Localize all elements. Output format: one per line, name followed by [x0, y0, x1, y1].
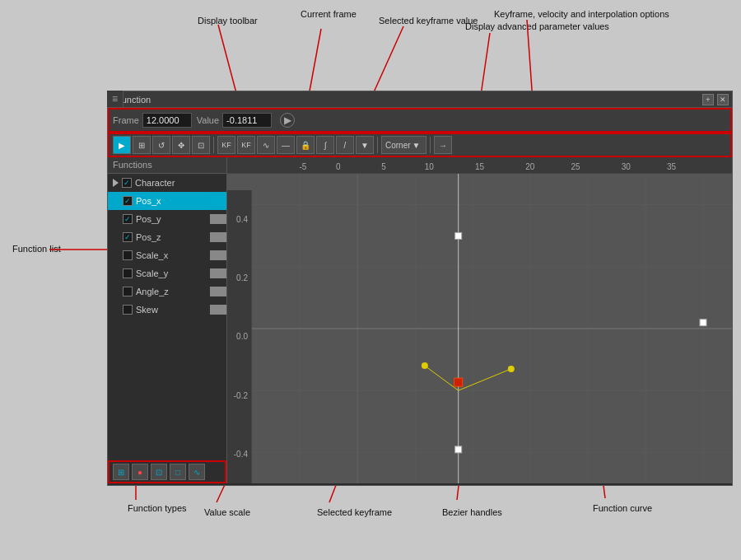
annotation-keyframe-velocity: Keyframe, velocity and interpolation opt…	[494, 8, 669, 21]
frame-tick-10: 10	[425, 162, 434, 171]
checkbox-scale-x[interactable]	[123, 250, 133, 260]
func-item-angle-z[interactable]: Angle_z	[108, 282, 226, 301]
corner-dropdown[interactable]: Corner ▼	[381, 136, 426, 154]
tb2-grid-btn[interactable]: ⊞	[133, 136, 151, 154]
func-label-angle-z: Angle_z	[136, 287, 169, 296]
tb2-sep3	[430, 137, 431, 153]
frame-tick-15: 15	[475, 162, 484, 171]
tb2-undo-btn[interactable]: ↺	[152, 136, 170, 154]
expand-icon	[113, 179, 119, 187]
checkbox-scale-y[interactable]	[123, 268, 133, 278]
vs-0.4: 0.4	[236, 215, 248, 224]
tb2-line-btn[interactable]: —	[277, 136, 295, 154]
func-label-skew: Skew	[136, 305, 158, 315]
tb2-move-btn[interactable]: ✥	[172, 136, 190, 154]
bp-btn-4[interactable]: □	[170, 464, 186, 480]
func-item-pos-x[interactable]: ✓ Pos_x	[108, 192, 226, 210]
func-item-character[interactable]: ✓ Character	[108, 174, 226, 192]
tb2-lock-btn[interactable]: 🔒	[296, 136, 315, 154]
vs-0.0: 0.0	[236, 332, 248, 341]
graph-area: -5 0 5 10 15 20 25 30 35 0.4 0.2 0.0 -0.…	[227, 157, 732, 483]
bp-btn-2[interactable]: ●	[132, 464, 148, 480]
annotation-value-scale: Value scale	[204, 506, 250, 519]
tb2-curve-btn[interactable]: ∿	[257, 136, 275, 154]
svg-point-34	[422, 362, 428, 369]
svg-point-36	[508, 366, 515, 372]
frame-label: Frame	[113, 115, 139, 125]
func-item-skew[interactable]: Skew	[108, 301, 226, 319]
func-item-pos-z[interactable]: ✓ Pos_z	[108, 228, 226, 246]
color-pos-z	[210, 232, 226, 242]
checkbox-skew[interactable]	[123, 305, 133, 315]
bp-btn-5[interactable]: ∿	[189, 464, 205, 480]
func-label-pos-x: Pos_x	[136, 196, 161, 206]
frame-value[interactable]: 12.0000	[142, 113, 192, 128]
annotation-selected-keyframe: Selected keyframe	[317, 506, 392, 519]
annotation-bezier-handles: Bezier handles	[442, 506, 502, 519]
value-scale-bar: 0.4 0.2 0.0 -0.2 -0.4	[227, 190, 252, 483]
frame-tick-30: 30	[622, 162, 631, 171]
func-label-scale-x: Scale_x	[136, 250, 168, 260]
close-button[interactable]: ✕	[717, 94, 729, 105]
checkbox-pos-x[interactable]: ✓	[123, 196, 133, 206]
frame-tick-neg5: -5	[299, 162, 306, 171]
vs-0.2: 0.2	[236, 273, 248, 282]
svg-rect-31	[700, 320, 706, 326]
annotation-current-frame: Current frame	[301, 8, 357, 21]
title-bar: Function + ✕	[108, 91, 732, 108]
frame-tick-5: 5	[381, 162, 386, 171]
frame-tick-20: 20	[525, 162, 534, 171]
annotation-display-toolbar: Display toolbar	[198, 15, 258, 27]
tb2-dropdown-arrow-btn[interactable]: ▼	[356, 136, 374, 154]
tb2-right-btn[interactable]: →	[434, 136, 452, 154]
graph-canvas: 0.4 0.2 0.0 -0.2 -0.4	[227, 174, 732, 483]
annotation-function-types: Function types	[128, 502, 187, 515]
color-scale-x	[210, 250, 226, 260]
color-pos-x	[210, 196, 226, 206]
maximize-button[interactable]: +	[702, 94, 714, 105]
checkbox-pos-z[interactable]: ✓	[123, 232, 133, 242]
func-item-scale-y[interactable]: Scale_y	[108, 264, 226, 282]
vs-neg0.2: -0.2	[234, 391, 248, 400]
function-list-panel: Functions ✓ Character ✓ Pos_x ✓ Pos_y	[108, 157, 227, 483]
tb2-kf2-btn[interactable]: KF	[237, 136, 255, 154]
window-title: Function	[111, 95, 702, 105]
svg-rect-28	[454, 378, 463, 386]
svg-rect-32	[455, 446, 462, 453]
svg-line-35	[459, 369, 511, 390]
frame-tick-35: 35	[667, 162, 676, 171]
func-label-scale-y: Scale_y	[136, 268, 168, 278]
tb2-kf1-btn[interactable]: KF	[217, 136, 235, 154]
annotation-display-advanced: Display advanced parameter values	[465, 21, 609, 33]
frame-tick-0: 0	[336, 162, 341, 171]
toolbar2: ▶ ⊞ ↺ ✥ ⊡ KF KF ∿ — 🔒 ∫ / ▼ Corner ▼ →	[108, 133, 732, 157]
color-skew	[210, 305, 226, 315]
color-angle-z	[210, 287, 226, 296]
checkbox-angle-z[interactable]	[123, 287, 133, 296]
checkbox-pos-y[interactable]: ✓	[123, 214, 133, 224]
play-button[interactable]: ▶	[280, 113, 295, 128]
annotation-function-curve: Function curve	[593, 502, 652, 515]
graph-svg	[252, 174, 732, 483]
func-label-pos-y: Pos_y	[136, 214, 161, 224]
tb2-select-btn[interactable]: ⊡	[192, 136, 210, 154]
func-label-pos-z: Pos_z	[136, 232, 161, 242]
svg-rect-30	[455, 232, 462, 239]
func-item-pos-y[interactable]: ✓ Pos_y	[108, 210, 226, 228]
bottom-toolbar: ⊞ ● ⊡ □ ∿	[108, 460, 226, 483]
toolbar1: Frame 12.0000 Value -0.1811 ▶	[108, 108, 732, 133]
func-item-scale-x[interactable]: Scale_x	[108, 246, 226, 264]
bp-btn-1[interactable]: ⊞	[113, 464, 129, 480]
tb2-slope-btn[interactable]: /	[336, 136, 354, 154]
keyframe-value[interactable]: -0.1811	[222, 113, 272, 128]
bp-btn-3[interactable]: ⊡	[151, 464, 167, 480]
hamburger-icon[interactable]: ≡	[107, 91, 124, 107]
tb2-integral-btn[interactable]: ∫	[316, 136, 334, 154]
color-pos-y	[210, 214, 226, 224]
checkbox-character[interactable]: ✓	[122, 178, 132, 188]
svg-line-33	[425, 366, 459, 390]
tb2-play-btn[interactable]: ▶	[113, 136, 131, 154]
vs-neg0.4: -0.4	[234, 450, 248, 459]
color-scale-y	[210, 268, 226, 278]
func-label-character: Character	[135, 178, 175, 188]
